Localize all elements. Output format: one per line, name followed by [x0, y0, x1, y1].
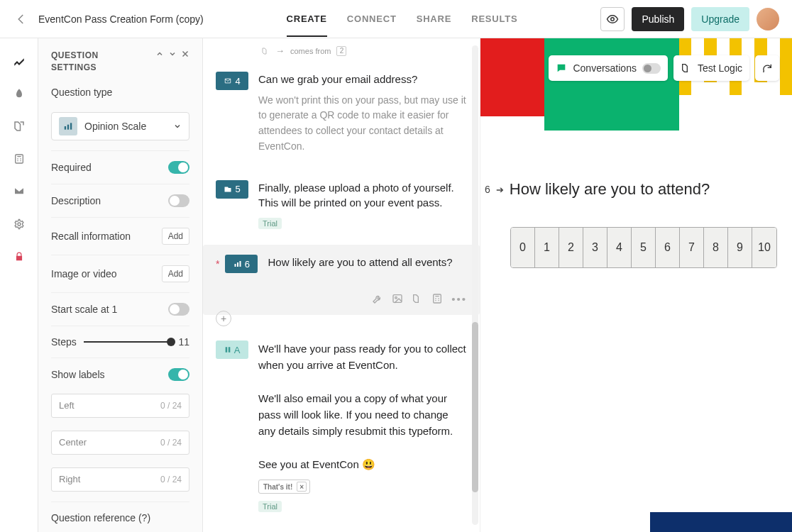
chat-icon	[556, 62, 567, 74]
chevron-down-icon	[173, 122, 182, 131]
question-badge-end: A	[216, 340, 248, 359]
show-labels-label: Show labels	[51, 369, 105, 380]
preview-footer-deco	[650, 512, 792, 532]
scale-cell[interactable]: 5	[632, 228, 656, 267]
image-icon[interactable]	[392, 293, 403, 305]
publish-button[interactable]: Publish	[632, 7, 684, 31]
opinion-scale-icon	[59, 117, 77, 135]
close-icon[interactable]: ×	[297, 482, 307, 492]
scale-cell[interactable]: 6	[656, 228, 680, 267]
question-title: How likely are you to attend all events?	[268, 255, 467, 270]
rail-calculator-icon[interactable]	[0, 143, 38, 174]
logic-chip[interactable]: → comes from 2	[261, 45, 346, 56]
svg-rect-9	[393, 295, 402, 303]
question-item-end[interactable]: A We'll have your pass ready for you to …	[216, 331, 467, 528]
scrollbar-thumb[interactable]	[472, 322, 478, 492]
question-item-4[interactable]: 4 Can we grab your email address? We won…	[216, 62, 467, 170]
conversations-chip[interactable]: Conversations	[549, 55, 668, 81]
add-question-button[interactable]: +	[216, 311, 231, 326]
required-star-icon: *	[216, 258, 219, 270]
rail-lock-icon[interactable]	[0, 241, 38, 272]
rail-design-icon[interactable]	[0, 78, 38, 109]
recall-add-button[interactable]: Add	[162, 228, 189, 245]
preview-question-title: How likely are you to attend?	[510, 180, 710, 199]
label-right-input[interactable]: Right0 / 24	[51, 467, 189, 492]
question-title: Finally, please upload a photo of yourse…	[258, 180, 467, 211]
refresh-button[interactable]	[755, 55, 779, 81]
svg-rect-7	[237, 262, 238, 267]
question-reference-label[interactable]: Question reference (?)	[51, 501, 189, 532]
scale-cell[interactable]: 7	[680, 228, 704, 267]
question-type-value: Opinion Scale	[84, 121, 146, 132]
label-center-input[interactable]: Center0 / 24	[51, 431, 189, 455]
rail-followups-icon[interactable]	[0, 176, 38, 207]
thatsit-chip[interactable]: That's it! ×	[258, 480, 310, 494]
avatar[interactable]	[757, 8, 779, 31]
required-label: Required	[51, 162, 92, 173]
more-icon[interactable]: •••	[451, 293, 467, 305]
svg-rect-5	[70, 123, 72, 129]
media-add-button[interactable]: Add	[162, 265, 189, 282]
label-left-input[interactable]: Left0 / 24	[51, 394, 189, 418]
test-logic-chip[interactable]: Test Logic	[673, 55, 749, 81]
tab-create[interactable]: CREATE	[287, 1, 327, 37]
question-badge-email: 4	[216, 72, 248, 90]
question-item-6[interactable]: * 6 How likely are you to attend all eve…	[203, 245, 480, 315]
branch-icon	[681, 62, 692, 74]
svg-rect-12	[225, 347, 227, 353]
question-item-5[interactable]: 5 Finally, please upload a photo of your…	[216, 170, 467, 245]
rail-logic-icon[interactable]	[0, 111, 38, 142]
svg-rect-3	[65, 126, 66, 130]
media-label: Image or video	[51, 268, 117, 279]
scale-cell[interactable]: 10	[752, 228, 776, 267]
scale-cell[interactable]: 8	[704, 228, 728, 267]
settings-close-icon[interactable]	[181, 50, 189, 58]
svg-rect-4	[67, 124, 69, 129]
settings-title: QUESTIONSETTINGS	[51, 50, 99, 74]
question-badge-file: 5	[216, 180, 248, 199]
upgrade-button[interactable]: Upgrade	[691, 7, 749, 31]
branch-icon[interactable]	[412, 293, 423, 305]
svg-rect-13	[228, 347, 230, 353]
scale-cell[interactable]: 0	[511, 228, 535, 267]
scale-cell[interactable]: 1	[535, 228, 559, 267]
settings-prev-icon[interactable]	[155, 50, 164, 58]
conversations-toggle[interactable]	[642, 63, 661, 74]
calc-icon[interactable]	[431, 293, 443, 305]
scale-cell[interactable]: 9	[728, 228, 752, 267]
question-badge-scale: 6	[225, 255, 258, 273]
rail-settings-icon[interactable]	[0, 209, 38, 240]
question-title: Can we grab your email address?	[258, 72, 467, 87]
svg-rect-6	[234, 264, 236, 267]
start-at-1-label: Start scale at 1	[51, 304, 117, 315]
svg-rect-11	[434, 294, 441, 303]
tab-share[interactable]: SHARE	[417, 1, 452, 37]
svg-point-0	[611, 17, 615, 21]
tab-connect[interactable]: CONNECT	[347, 1, 397, 37]
steps-label: Steps	[51, 336, 77, 348]
opinion-scale: 012345678910	[510, 227, 777, 268]
wrench-icon[interactable]	[372, 293, 383, 305]
start-at-1-toggle[interactable]	[168, 303, 189, 316]
scale-cell[interactable]: 4	[607, 228, 632, 267]
tab-results[interactable]: RESULTS	[471, 1, 517, 37]
scale-cell[interactable]: 3	[583, 228, 607, 267]
steps-slider[interactable]	[84, 341, 172, 343]
trial-tag: Trial	[258, 501, 282, 512]
settings-next-icon[interactable]	[168, 50, 177, 58]
question-type-select[interactable]: Opinion Scale	[51, 112, 189, 140]
scale-cell[interactable]: 2	[559, 228, 583, 267]
svg-point-10	[395, 297, 397, 299]
recall-label: Recall information	[51, 231, 131, 242]
question-title: We'll have your pass ready for you to co…	[258, 340, 467, 472]
description-label: Description	[51, 195, 101, 206]
rail-content-icon[interactable]	[0, 45, 38, 77]
back-button[interactable]	[13, 11, 30, 28]
preview-question-number: 6	[485, 184, 490, 195]
arrow-right-icon: ➔	[496, 184, 504, 195]
preview-button[interactable]	[600, 7, 625, 31]
show-labels-toggle[interactable]	[168, 368, 189, 381]
description-toggle[interactable]	[168, 194, 189, 207]
form-title[interactable]: EventCon Pass Creation Form (copy)	[38, 13, 204, 25]
required-toggle[interactable]	[168, 161, 189, 174]
